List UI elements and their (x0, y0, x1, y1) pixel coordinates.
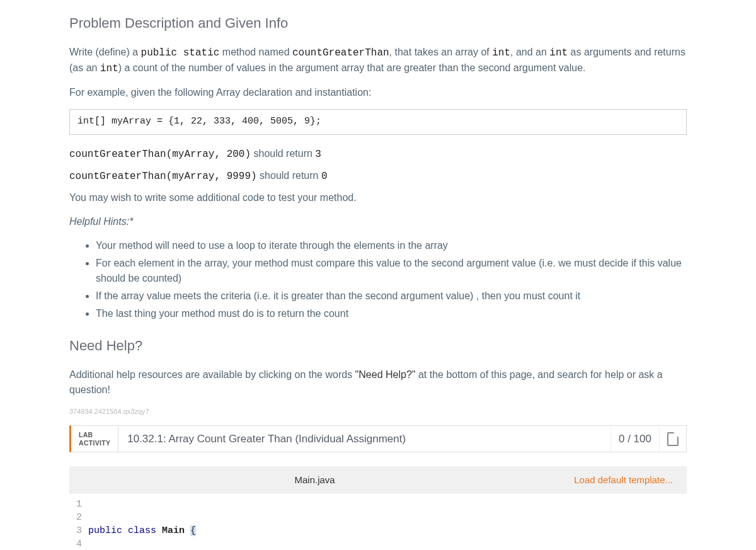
lab-title: 10.32.1: Array Count Greater Than (Indiv… (118, 426, 610, 452)
code-sample-box: int[] myArray = {1, 22, 333, 400, 5005, … (69, 109, 687, 135)
page-container: Problem Description and Given Info Write… (35, 0, 721, 550)
example-1: countGreaterThan(myArray, 200) should re… (69, 146, 687, 162)
code-lines[interactable]: public class Main { public static void m… (88, 498, 687, 550)
lab-header: LAB ACTIVITY 10.32.1: Array Count Greate… (69, 425, 687, 452)
example-lead: For example, given the following Array d… (69, 85, 687, 100)
hint-item: If the array value meets the criteria (i… (96, 289, 687, 304)
example-2: countGreaterThan(myArray, 9999) should r… (69, 168, 687, 184)
problem-heading: Problem Description and Given Info (69, 13, 687, 33)
code-editor[interactable]: 12345678 public class Main { public stat… (69, 494, 687, 550)
document-icon (667, 432, 679, 446)
lab-score: 0 / 100 (610, 426, 659, 452)
lab-activity-label: LAB ACTIVITY (71, 426, 118, 452)
intro-paragraph: Write (define) a public static method na… (69, 45, 687, 76)
load-default-template-link[interactable]: Load default template... (560, 466, 687, 494)
editor-tabs: Main.java Load default template... (69, 466, 687, 494)
hint-item: The last thing your method must do is to… (96, 306, 687, 321)
hints-label: Helpful Hints:* (69, 214, 687, 229)
extra-note: You may wish to write some additional co… (69, 190, 687, 205)
hint-item: For each element in the array, your meth… (96, 256, 687, 286)
lab-doc-icon-wrap[interactable] (659, 426, 686, 452)
editor-filename-tab[interactable]: Main.java (282, 466, 348, 494)
line-number-gutter: 12345678 (69, 498, 88, 550)
need-help-heading: Need Help? (69, 335, 687, 356)
hints-list: Your method will need to use a loop to i… (69, 238, 687, 321)
hint-item: Your method will need to use a loop to i… (96, 238, 687, 253)
help-paragraph: Additional help resources are available … (69, 367, 687, 398)
activity-id: 374934.2421584.qx3zqy7 (69, 406, 687, 417)
